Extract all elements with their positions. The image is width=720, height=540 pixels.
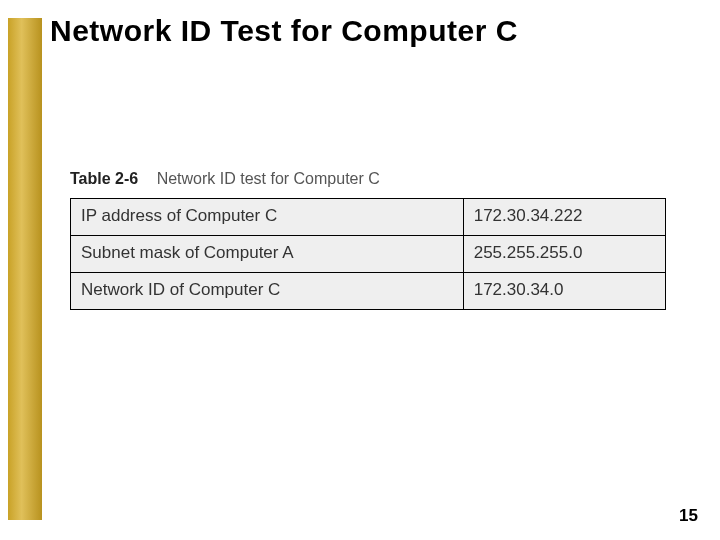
table-row: Network ID of Computer C 172.30.34.0 [71,273,666,310]
table-label: Table 2-6 [70,170,138,187]
row-label: Network ID of Computer C [71,273,464,310]
row-value: 255.255.255.0 [463,236,665,273]
row-label: Subnet mask of Computer A [71,236,464,273]
table-figure: Table 2-6 Network ID test for Computer C… [70,170,666,310]
row-value: 172.30.34.222 [463,199,665,236]
row-value: 172.30.34.0 [463,273,665,310]
network-id-table: IP address of Computer C 172.30.34.222 S… [70,198,666,310]
table-title: Network ID test for Computer C [157,170,380,187]
table-row: IP address of Computer C 172.30.34.222 [71,199,666,236]
accent-bar [8,18,42,520]
page-number: 15 [679,506,698,526]
table-caption: Table 2-6 Network ID test for Computer C [70,170,666,188]
table-row: Subnet mask of Computer A 255.255.255.0 [71,236,666,273]
slide-title: Network ID Test for Computer C [50,14,518,48]
row-label: IP address of Computer C [71,199,464,236]
